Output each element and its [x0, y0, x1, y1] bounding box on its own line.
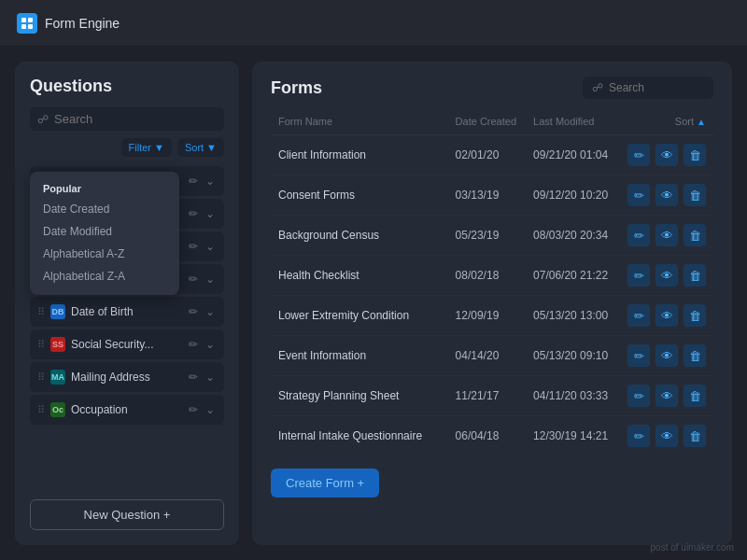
- sort-dropdown: Popular Date Created Date Modified Alpha…: [30, 172, 179, 295]
- question-list-item[interactable]: ⠿ SS Social Security... ✏ ⌄: [30, 329, 224, 359]
- col-sort[interactable]: Sort ▲: [618, 112, 714, 135]
- dropdown-item-date-created[interactable]: Date Created: [30, 198, 179, 220]
- question-edit-button[interactable]: ✏: [187, 303, 200, 320]
- sort-chevron-icon: ▼: [206, 142, 217, 153]
- dropdown-item-alpha-az[interactable]: Alphabetical A-Z: [30, 243, 179, 265]
- question-edit-button[interactable]: ✏: [187, 173, 200, 189]
- edit-form-icon[interactable]: ✏: [627, 264, 650, 287]
- question-type-badge: DB: [50, 304, 65, 319]
- form-last-modified: 07/06/20 21:22: [526, 256, 617, 296]
- topbar: Form Engine: [0, 0, 747, 47]
- question-expand-button[interactable]: ⌄: [204, 303, 217, 320]
- table-row: Consent Forms 03/13/19 09/12/20 10:20 ✏ …: [271, 175, 713, 216]
- drag-handle-icon: ⠿: [37, 306, 45, 318]
- form-name: Background Census: [271, 216, 448, 256]
- view-form-icon[interactable]: 👁: [655, 304, 678, 327]
- table-row: Client Information 02/01/20 09/21/20 01:…: [271, 135, 713, 175]
- question-expand-button[interactable]: ⌄: [204, 369, 217, 385]
- view-form-icon[interactable]: 👁: [655, 224, 678, 246]
- question-label: Social Security...: [71, 338, 181, 351]
- form-row-actions: ✏ 👁 🗑: [618, 416, 714, 456]
- form-last-modified: 12/30/19 14:21: [526, 416, 617, 456]
- view-form-icon[interactable]: 👁: [655, 184, 678, 206]
- question-list-item[interactable]: ⠿ DB Date of Birth ✏ ⌄: [30, 297, 224, 327]
- question-edit-button[interactable]: ✏: [187, 238, 200, 255]
- delete-form-icon[interactable]: 🗑: [684, 224, 706, 246]
- drag-handle-icon: ⠿: [37, 371, 45, 384]
- form-name: Event Information: [271, 336, 448, 376]
- question-actions: ✏ ⌄: [187, 238, 217, 255]
- form-date-created: 04/14/20: [448, 336, 526, 376]
- forms-search-input[interactable]: [609, 81, 704, 94]
- question-actions: ✏ ⌄: [187, 271, 217, 287]
- question-expand-button[interactable]: ⌄: [204, 336, 217, 353]
- form-row-actions: ✏ 👁 🗑: [618, 175, 714, 216]
- delete-form-icon[interactable]: 🗑: [684, 184, 706, 206]
- delete-form-icon[interactable]: 🗑: [684, 144, 706, 166]
- dropdown-group-label: Popular: [30, 179, 179, 198]
- edit-form-icon[interactable]: ✏: [627, 184, 650, 206]
- view-form-icon[interactable]: 👁: [655, 425, 678, 447]
- question-label: Date of Birth: [71, 305, 181, 318]
- dropdown-item-alpha-za[interactable]: Alphabetical Z-A: [30, 265, 179, 287]
- view-form-icon[interactable]: 👁: [655, 264, 678, 287]
- question-edit-button[interactable]: ✏: [187, 336, 200, 353]
- question-expand-button[interactable]: ⌄: [204, 173, 217, 189]
- form-last-modified: 09/21/20 01:04: [526, 135, 617, 175]
- delete-form-icon[interactable]: 🗑: [684, 344, 706, 367]
- question-type-badge: SS: [50, 337, 65, 352]
- form-name: Consent Forms: [271, 175, 448, 216]
- question-edit-button[interactable]: ✏: [187, 205, 200, 222]
- sort-label: Sort: [185, 142, 204, 153]
- form-date-created: 08/02/18: [448, 256, 526, 296]
- col-date-created: Date Created: [448, 112, 526, 135]
- dropdown-item-date-modified[interactable]: Date Modified: [30, 220, 179, 243]
- create-form-button[interactable]: Create Form +: [271, 469, 379, 497]
- question-list-item[interactable]: ⠿ Oc Occupation ✏ ⌄: [30, 395, 224, 425]
- view-form-icon[interactable]: 👁: [655, 344, 678, 367]
- questions-search-input[interactable]: [54, 112, 217, 126]
- delete-form-icon[interactable]: 🗑: [684, 304, 706, 327]
- question-label: Occupation: [71, 403, 181, 416]
- delete-form-icon[interactable]: 🗑: [684, 264, 706, 287]
- form-date-created: 06/04/18: [448, 416, 526, 456]
- svg-rect-3: [28, 24, 33, 29]
- form-last-modified: 05/13/20 13:00: [526, 296, 617, 336]
- question-list-item[interactable]: ⠿ MA Mailing Address ✏ ⌄: [30, 362, 224, 392]
- form-row-actions: ✏ 👁 🗑: [618, 216, 714, 256]
- table-row: Health Checklist 08/02/18 07/06/20 21:22…: [271, 256, 713, 296]
- new-question-button[interactable]: New Question +: [30, 499, 224, 530]
- table-row: Lower Extremity Condition 12/09/19 05/13…: [271, 296, 713, 336]
- edit-form-icon[interactable]: ✏: [627, 385, 650, 407]
- view-form-icon[interactable]: 👁: [655, 385, 678, 407]
- delete-form-icon[interactable]: 🗑: [684, 385, 706, 407]
- question-expand-button[interactable]: ⌄: [204, 205, 217, 222]
- edit-form-icon[interactable]: ✏: [627, 304, 650, 327]
- view-form-icon[interactable]: 👁: [655, 144, 678, 166]
- logo-icon: [17, 13, 37, 34]
- filter-button[interactable]: Filter ▼: [121, 138, 172, 157]
- table-row: Internal Intake Questionnaire 06/04/18 1…: [271, 416, 713, 456]
- form-last-modified: 09/12/20 10:20: [526, 175, 617, 216]
- question-type-badge: MA: [50, 370, 65, 385]
- edit-form-icon[interactable]: ✏: [627, 425, 650, 447]
- search-icon: ☍: [37, 113, 49, 126]
- question-expand-button[interactable]: ⌄: [204, 271, 217, 287]
- form-date-created: 02/01/20: [448, 135, 526, 175]
- form-name: Health Checklist: [271, 256, 448, 296]
- question-expand-button[interactable]: ⌄: [204, 238, 217, 255]
- question-expand-button[interactable]: ⌄: [204, 401, 217, 418]
- question-edit-button[interactable]: ✏: [187, 401, 200, 418]
- drag-handle-icon: ⠿: [37, 404, 45, 416]
- question-edit-button[interactable]: ✏: [187, 369, 200, 385]
- delete-form-icon[interactable]: 🗑: [684, 425, 706, 447]
- forms-table: Form Name Date Created Last Modified Sor…: [271, 112, 713, 455]
- form-name: Internal Intake Questionnaire: [271, 416, 448, 456]
- question-edit-button[interactable]: ✏: [187, 271, 200, 287]
- forms-title: Forms: [271, 78, 322, 98]
- edit-form-icon[interactable]: ✏: [627, 224, 650, 246]
- question-label: Mailing Address: [71, 371, 181, 384]
- edit-form-icon[interactable]: ✏: [627, 144, 650, 166]
- edit-form-icon[interactable]: ✏: [627, 344, 650, 367]
- sort-button[interactable]: Sort ▼: [177, 138, 224, 157]
